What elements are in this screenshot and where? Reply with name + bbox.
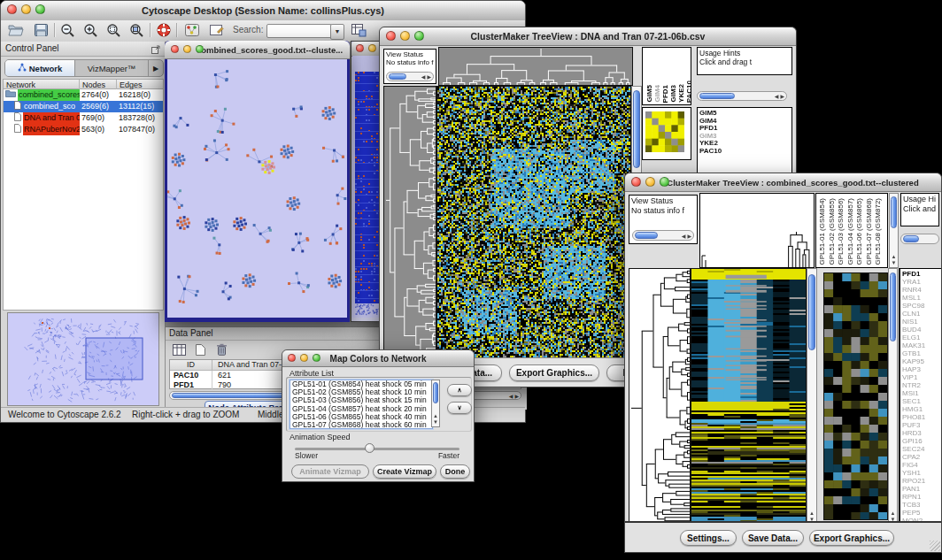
search-label: Search: [233,25,263,35]
table-export-icon[interactable] [348,21,369,39]
column-labels-scrollbar[interactable]: ▲▼ [889,193,899,268]
column-dendrogram[interactable] [700,194,814,267]
open-session-button[interactable] [5,21,27,39]
secondary-heatmap-vscrollbar[interactable]: ▲▼ [888,268,898,525]
correlation-matrix[interactable] [645,111,684,152]
close-button[interactable] [631,177,641,187]
resize-grip[interactable] [930,541,940,551]
usage-hints-scrollbar[interactable] [900,234,939,244]
annotation-icon[interactable] [206,21,228,39]
network-row[interactable]: RNAPuberNov2+563(0)107847(0) [4,124,163,135]
minimize-button[interactable] [21,4,31,14]
zoom-button[interactable] [313,354,320,362]
zoom-button[interactable] [414,31,424,41]
window-controls[interactable] [7,4,45,14]
close-button[interactable] [356,44,364,52]
gene-label: MSL1 [900,294,941,302]
network-row[interactable]: DNA and Tran 07769(0)183728(0) [4,112,163,124]
gene-label: TCB3 [900,501,941,509]
secondary-heatmap-canvas[interactable] [823,272,888,520]
close-button[interactable] [288,354,296,362]
search-input[interactable] [266,24,332,38]
attribute-list-scrollbar[interactable]: ▲▼ [431,380,440,427]
network-edges: 107847(0) [117,124,165,135]
tab-vizmapper[interactable]: VizMapper™ [75,60,148,76]
attribute-item[interactable]: GPL51-04 (GSM857) heat shock 20 min [290,405,432,413]
network-canvas-1[interactable] [167,59,347,318]
export-graphics-button[interactable]: Export Graphics... [809,530,894,546]
minimize-button[interactable] [645,177,655,187]
window-controls[interactable] [171,45,204,53]
attribute-item[interactable]: GPL51-01 (GSM854) heat shock 05 min [290,380,432,388]
attribute-select-icon[interactable] [168,341,189,358]
zoom-selected-icon[interactable] [104,21,125,39]
animation-speed-slider-track[interactable] [295,448,459,450]
tab-overflow-arrow[interactable]: ▶ [148,60,163,76]
zoom-out-icon[interactable] [58,21,79,39]
animation-speed-slider-thumb[interactable] [365,443,374,453]
close-button[interactable] [171,45,179,53]
settings-button[interactable]: Settings... [680,530,737,546]
column-label: PAC10 [685,81,691,103]
attribute-item[interactable]: GPL51-07 (GSM868) heat shock 60 min [290,421,432,429]
move-up-button[interactable]: ∧ [447,384,472,396]
close-button[interactable] [7,4,17,14]
map-dialog-titlebar[interactable]: Map Colors to Network [282,350,474,367]
gene-label: ELG1 [900,334,941,341]
network-edges: 16218(0) [117,89,165,101]
zoom-in-icon[interactable] [81,21,102,39]
delete-attribute-icon[interactable] [211,341,232,358]
float-panel-icon[interactable] [151,44,160,58]
window-controls[interactable] [631,177,669,187]
move-down-button[interactable]: ∨ [447,402,472,414]
search-dropdown-arrow-icon[interactable]: ▼ [330,24,344,40]
tab-network[interactable]: Network [5,60,75,76]
heatmap-vscrollbar[interactable]: ▲▼ [807,268,817,525]
animate-vizmap-button[interactable]: Animate Vizmap [291,464,369,479]
window-controls[interactable] [386,31,424,41]
attribute-item[interactable]: GPL51-06 (GSM865) heat shock 40 min [290,413,432,421]
row-id: PAC10 [170,371,212,380]
network-tab-icon [18,63,27,73]
close-button[interactable] [386,31,396,41]
usage-hints-scrollbar[interactable]: ◀▶ [697,91,787,101]
export-graphics-button[interactable]: Export Graphics... [509,364,599,381]
faster-label: Faster [438,451,459,460]
window-controls[interactable] [288,354,320,362]
gene-label: BUD4 [900,326,941,334]
minimize-button[interactable] [183,45,191,53]
create-vizmap-button[interactable]: Create Vizmap [373,464,436,479]
treeview-dna-titlebar[interactable]: ClusterMaker TreeView : DNA and Tran 07-… [380,27,796,46]
network-window-1-titlebar[interactable]: combined_scores_good.txt--cluste... [165,41,350,59]
gene-label: NIS1 [900,318,941,326]
column-dendrogram[interactable] [438,47,633,86]
view-status-title: View Status [631,196,695,206]
zoom-button[interactable] [35,4,45,14]
network-row[interactable]: combined_sco2569(6)13112(15) [4,101,163,112]
row-labels-panel: GIM5GIM4PFD1GIM3YKE2PAC10 [697,107,792,181]
vizmapper-icon[interactable] [181,21,203,39]
save-data-button[interactable]: Save Data... [742,530,804,546]
done-button[interactable]: Done [440,464,470,479]
row-dendrogram[interactable] [383,86,436,358]
attribute-item[interactable]: GPL51-03 (GSM856) heat shock 15 min [290,396,432,404]
save-session-button[interactable] [30,21,51,39]
minimize-button[interactable] [400,31,410,41]
zoom-button[interactable] [196,45,204,53]
network-overview-thumbnail[interactable] [7,312,159,406]
main-titlebar[interactable]: Cytoscape Desktop (Session Name: collins… [1,1,525,21]
zoom-button[interactable] [660,177,669,187]
zoom-fit-icon[interactable] [127,21,148,39]
row-dendrogram[interactable] [629,268,691,525]
minimize-button[interactable] [368,44,376,52]
treeview-combined-titlebar[interactable]: ClusterMaker TreeView : combined_scores_… [625,173,941,192]
new-attribute-icon[interactable] [189,341,211,358]
view-status-scrollbar[interactable]: ◀▶ [386,72,434,81]
minimize-button[interactable] [300,354,308,362]
heatmap-canvas[interactable] [691,268,807,525]
view-status-scrollbar[interactable]: ◀▶ [632,230,694,241]
heatmap-canvas[interactable] [436,86,631,358]
network-row[interactable]: combined_scores2764(0)16218(0) [4,89,163,101]
attribute-item[interactable]: GPL51-02 (GSM855) heat shock 10 min [290,388,432,396]
help-icon[interactable] [153,21,174,39]
